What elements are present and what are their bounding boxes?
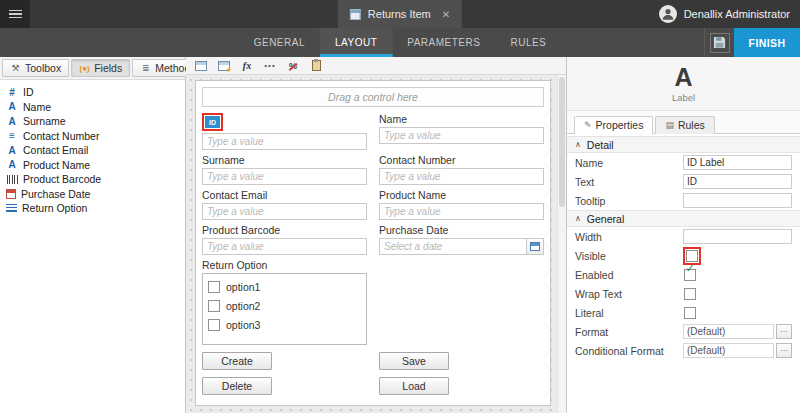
prop-label: Visible xyxy=(575,250,683,262)
field-item-contact-number[interactable]: ≡ Contact Number xyxy=(0,129,185,144)
option1-label: option1 xyxy=(226,281,260,293)
properties-tabs: ✎ Properties ▤ Rules xyxy=(567,111,800,134)
field-item-contact-email[interactable]: A Contact Email xyxy=(0,143,185,158)
prop-name-input[interactable] xyxy=(683,155,792,170)
tab-rules[interactable]: RULES xyxy=(495,28,561,57)
contact-email-input[interactable] xyxy=(202,203,367,220)
field-item-label: Contact Email xyxy=(23,144,88,156)
checkbox-list: option1 option2 option3 xyxy=(202,273,367,345)
control-type-label: Label xyxy=(672,92,695,103)
field-item-product-barcode[interactable]: Product Barcode xyxy=(0,172,185,187)
date-picker-button[interactable] xyxy=(526,238,544,255)
prop-row-wrap-text: Wrap Text xyxy=(567,284,800,303)
conditional-format-more-button[interactable]: ··· xyxy=(776,343,792,358)
format-button[interactable]: % xyxy=(283,58,303,73)
form-field-contact-email: Contact Email xyxy=(202,189,367,220)
more-icon: ••• xyxy=(264,61,275,70)
id-label-control[interactable]: ID xyxy=(205,116,220,128)
prop-row-text: Text xyxy=(567,172,800,191)
prop-text-input[interactable] xyxy=(683,174,792,189)
form-field-name: Name xyxy=(379,113,544,150)
delete-button[interactable]: Delete xyxy=(202,377,272,395)
field-item-product-name[interactable]: A Product Name xyxy=(0,158,185,173)
menubar-actions: FINISH xyxy=(704,28,800,57)
more-options-button[interactable]: ••• xyxy=(260,58,280,73)
app-menu-button[interactable] xyxy=(0,0,30,28)
contact-number-input[interactable] xyxy=(379,168,544,185)
property-grid: ∧ Detail Name Text Tooltip ∧ Gene xyxy=(567,134,800,413)
option-row: option2 xyxy=(208,296,361,315)
format-value[interactable]: (Default) xyxy=(683,324,774,339)
form-field-product-barcode: Product Barcode xyxy=(202,224,367,255)
create-button[interactable]: Create xyxy=(202,352,272,370)
save-button[interactable] xyxy=(704,28,734,57)
collapse-caret-icon: ∧ xyxy=(575,214,581,223)
expression-button[interactable]: fx xyxy=(237,58,257,73)
product-barcode-input[interactable] xyxy=(202,238,367,255)
option2-checkbox[interactable] xyxy=(208,300,220,312)
id-label-highlight-box: ID xyxy=(202,113,223,131)
label-control-glyph: A xyxy=(674,65,692,90)
wrap-text-checkbox[interactable] xyxy=(684,288,696,300)
floppy-icon xyxy=(710,33,730,53)
form-field-id: ID xyxy=(202,113,367,150)
finish-button[interactable]: FINISH xyxy=(734,28,800,57)
avatar xyxy=(659,5,677,23)
product-barcode-label: Product Barcode xyxy=(202,224,367,237)
literal-checkbox[interactable] xyxy=(684,307,696,319)
tab-parameters[interactable]: PARAMETERS xyxy=(392,28,495,57)
section-detail[interactable]: ∧ Detail xyxy=(567,136,800,153)
format-more-button[interactable]: ··· xyxy=(776,324,792,339)
prop-tooltip-input[interactable] xyxy=(683,193,792,208)
tab-properties[interactable]: ✎ Properties xyxy=(574,116,653,134)
visible-checkbox[interactable] xyxy=(686,250,698,262)
left-panel-tabs: ⚒ Toolbox (●) Fields ≣ Methods xyxy=(0,57,185,80)
table-star-icon xyxy=(218,61,230,71)
prop-label: Format xyxy=(575,326,683,338)
close-icon[interactable]: ✕ xyxy=(442,9,450,20)
prop-label: Tooltip xyxy=(575,195,683,207)
prop-row-visible: Visible xyxy=(567,246,800,265)
prop-row-conditional-format: Conditional Format (Default) ··· xyxy=(567,341,800,360)
tab-fields[interactable]: (●) Fields xyxy=(71,59,130,77)
expression-icon: fx xyxy=(243,60,251,71)
drop-zone[interactable]: Drag a control here xyxy=(202,87,544,107)
prop-row-enabled: Enabled xyxy=(567,265,800,284)
tab-control-rules[interactable]: ▤ Rules xyxy=(655,116,714,134)
name-label: Name xyxy=(379,113,544,126)
name-input[interactable] xyxy=(379,127,544,144)
id-input[interactable] xyxy=(202,133,367,150)
surname-input[interactable] xyxy=(202,168,367,185)
load-button[interactable]: Load xyxy=(379,377,449,395)
tab-general[interactable]: GENERAL xyxy=(239,28,320,57)
option3-checkbox[interactable] xyxy=(208,319,220,331)
form-field-purchase-date: Purchase Date xyxy=(379,224,544,255)
section-general[interactable]: ∧ General xyxy=(567,210,800,227)
product-name-input[interactable] xyxy=(379,203,544,220)
paste-button[interactable] xyxy=(306,58,326,73)
insert-table-button[interactable] xyxy=(191,58,211,73)
field-item-return-option[interactable]: Return Option xyxy=(0,201,185,216)
tab-toolbox[interactable]: ⚒ Toolbox xyxy=(2,59,69,77)
app-window: Returns Item ✕ Denallix Administrator GE… xyxy=(0,0,800,413)
purchase-date-label: Purchase Date xyxy=(379,224,544,237)
scrollbar-thumb[interactable] xyxy=(559,77,565,207)
document-tab[interactable]: Returns Item ✕ xyxy=(338,0,462,28)
canvas-scrollbar[interactable] xyxy=(557,75,566,413)
field-item-surname[interactable]: A Surname xyxy=(0,114,185,129)
canvas-toolbar: fx ••• % xyxy=(186,57,566,75)
enabled-checkbox[interactable] xyxy=(684,269,696,281)
contact-email-label: Contact Email xyxy=(202,189,367,202)
prop-width-input[interactable] xyxy=(683,229,792,244)
field-item-name[interactable]: A Name xyxy=(0,100,185,115)
conditional-format-value[interactable]: (Default) xyxy=(683,343,774,358)
insert-view-button[interactable] xyxy=(214,58,234,73)
option1-checkbox[interactable] xyxy=(208,281,220,293)
checkbox-wrap xyxy=(683,268,697,282)
field-item-id[interactable]: # ID xyxy=(0,85,185,100)
form-save-button[interactable]: Save xyxy=(379,352,449,370)
user-menu[interactable]: Denallix Administrator xyxy=(659,0,800,28)
tab-layout[interactable]: LAYOUT xyxy=(320,28,392,57)
field-item-purchase-date[interactable]: Purchase Date xyxy=(0,187,185,202)
purchase-date-input[interactable] xyxy=(379,238,526,255)
